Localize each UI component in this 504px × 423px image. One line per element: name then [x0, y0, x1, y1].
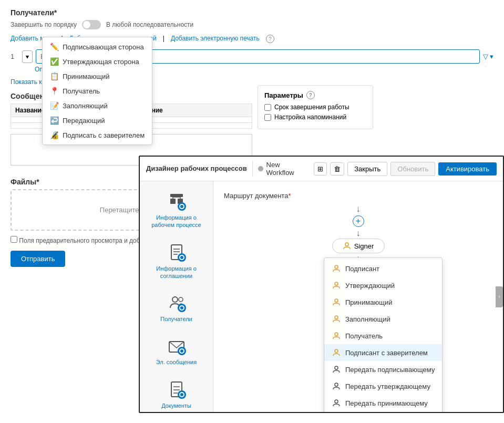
wf-sidebar: Информация о рабочем процессе	[140, 181, 213, 412]
role-filler-label: Заполняющий	[345, 315, 390, 323]
dropdown-item-approver[interactable]: ✅ Утверждающая сторона	[43, 54, 152, 69]
svg-point-19	[335, 282, 338, 285]
wf-activate-button[interactable]: Активировать	[438, 162, 497, 176]
arrow-down-2: ↓	[356, 229, 361, 238]
svg-point-22	[335, 333, 338, 336]
params-panel: Параметры ? Срок завершения работы Настр…	[258, 85, 373, 129]
reminders-label: Настройка напоминаний	[274, 114, 346, 121]
role-certifier-sign-label: Подписант с заверителем	[345, 349, 428, 357]
role-signer-label: Подписант	[345, 265, 379, 273]
svg-point-25	[335, 383, 338, 386]
role-item-delegate-filler[interactable]: Передать заполняющему	[324, 411, 442, 412]
role-item-delegate-acceptor[interactable]: Передать принимающему	[324, 395, 442, 411]
svg-rect-1	[170, 199, 176, 204]
reminders-checkbox[interactable]	[264, 114, 271, 121]
send-button[interactable]: Отправить	[11, 251, 65, 267]
workflow-name: New Workflow	[266, 161, 309, 177]
params-help-icon[interactable]: ?	[306, 91, 315, 99]
role-select-button[interactable]: ▾	[22, 50, 33, 63]
role-dropdown-menu: ✏️ Подписывающая сторона ✅ Утверждающая …	[42, 37, 152, 145]
role-item-filler[interactable]: Заполняющий	[324, 311, 442, 327]
documents-icon	[166, 379, 187, 400]
signer-node-label: Signer	[354, 242, 374, 250]
workflow-info-icon	[166, 191, 187, 212]
deadline-checkbox[interactable]	[264, 104, 271, 111]
role-item-acceptor[interactable]: Принимающий	[324, 294, 442, 311]
filter-button[interactable]: ▽ ▾	[483, 53, 493, 60]
role-item-certifier-sign[interactable]: Подписант с заверителем	[324, 344, 442, 361]
dropdown-item-certifier[interactable]: 🔏 Подписать с заверителем	[43, 128, 152, 142]
role-delegate-acceptor-icon	[332, 398, 341, 408]
add-eseal-link[interactable]: Добавить электронную печать	[171, 35, 260, 43]
params-title: Параметры ?	[264, 91, 366, 99]
dropdown-item-signer[interactable]: ✏️ Подписывающая сторона	[43, 39, 152, 54]
signer-node[interactable]: Signer	[332, 239, 385, 253]
order-toggle[interactable]	[82, 20, 101, 29]
wf-update-button[interactable]: Обновить	[390, 162, 435, 176]
dropdown-item-acceptor[interactable]: 📋 Принимающий	[43, 69, 152, 84]
role-recipient-label: Получатель	[345, 332, 383, 340]
email-msgs-icon	[166, 335, 187, 356]
wf-delete-button[interactable]: 🗑	[330, 162, 344, 176]
svg-rect-0	[170, 194, 183, 197]
order-label: Завершить по порядку	[11, 21, 77, 28]
wf-grid-button[interactable]: ⊞	[314, 162, 327, 176]
sidebar-item-recipients-wf[interactable]: Получатели	[145, 288, 208, 327]
certifier-label: Подписать с заверителем	[63, 131, 145, 139]
sidebar-item-agreement-info[interactable]: Информация о соглашении	[145, 238, 208, 284]
preview-checkbox[interactable]	[11, 236, 17, 243]
approver-icon: ✅	[50, 57, 58, 66]
acceptor-label: Принимающий	[63, 73, 109, 80]
recipients-wf-icon	[166, 292, 187, 313]
order-row: Завершить по порядку В любой последовате…	[11, 20, 493, 29]
svg-point-23	[335, 349, 338, 353]
recipient-label: Получатель	[63, 87, 100, 95]
wf-role-popup: Подписант Утверждающий Принимающий	[324, 257, 443, 412]
deadline-label: Срок завершения работы	[274, 104, 349, 111]
certifier-icon: 🔏	[50, 131, 58, 139]
recipient-icon: 📍	[50, 87, 58, 95]
role-certifier-sign-icon	[332, 348, 341, 357]
wf-close-button[interactable]: Закрыть	[347, 162, 387, 176]
sidebar-label-recipients-wf: Получатели	[160, 315, 192, 323]
main-form: Получатели* Завершить по порядку В любой…	[0, 0, 504, 423]
deadline-row: Срок завершения работы	[264, 104, 366, 111]
help-icon[interactable]: ?	[266, 35, 274, 43]
sidebar-item-documents[interactable]: Документы	[145, 375, 208, 412]
wf-status-dot	[258, 166, 263, 171]
dropdown-item-recipient[interactable]: 📍 Получатель	[43, 84, 152, 98]
workflow-modal: Дизайнер рабочих процессов New Workflow …	[139, 156, 504, 413]
role-delegate-signer-icon	[332, 365, 341, 374]
role-delegate-signer-label: Передать подписывающему	[345, 366, 435, 374]
role-signer-icon	[332, 264, 341, 273]
signer-icon: ✏️	[50, 43, 58, 51]
arrow-down-1: ↓	[356, 205, 361, 213]
right-expand-tab[interactable]: ›	[496, 286, 503, 307]
role-approver-label: Утверждающий	[345, 282, 395, 290]
documents-badge	[178, 390, 186, 399]
svg-point-24	[335, 366, 338, 369]
workflow-name-area: New Workflow	[258, 161, 308, 177]
role-filler-icon	[332, 314, 341, 324]
sidebar-label-workflow-info: Информация о рабочем процессе	[150, 214, 203, 229]
dropdown-item-filler[interactable]: 📝 Заполняющий	[43, 98, 152, 113]
role-acceptor-icon	[332, 297, 341, 307]
sidebar-item-workflow-info[interactable]: Информация о рабочем процессе	[145, 187, 208, 233]
role-item-delegate-approver[interactable]: Передать утверждающему	[324, 378, 442, 395]
svg-point-10	[172, 297, 178, 302]
add-step-top[interactable]: +	[353, 215, 364, 227]
approver-label: Утверждающая сторона	[63, 58, 139, 66]
workflow-header: Дизайнер рабочих процессов New Workflow …	[140, 157, 503, 181]
filler-label: Заполняющий	[63, 102, 108, 110]
svg-point-21	[335, 316, 338, 319]
order-toggle-text: В любой последовательности	[106, 21, 193, 28]
role-item-signer[interactable]: Подписант	[324, 260, 442, 277]
role-item-approver[interactable]: Утверждающий	[324, 277, 442, 294]
svg-point-20	[335, 299, 338, 302]
role-item-recipient[interactable]: Получатель	[324, 327, 442, 344]
recipients-label: Получатели*	[11, 8, 493, 17]
dropdown-item-delegator[interactable]: ↩️ Передающий	[43, 113, 152, 128]
role-acceptor-label: Принимающий	[345, 298, 392, 306]
role-item-delegate-signer[interactable]: Передать подписывающему	[324, 361, 442, 378]
sidebar-item-email-msgs[interactable]: Эл. сообщения	[145, 331, 208, 370]
